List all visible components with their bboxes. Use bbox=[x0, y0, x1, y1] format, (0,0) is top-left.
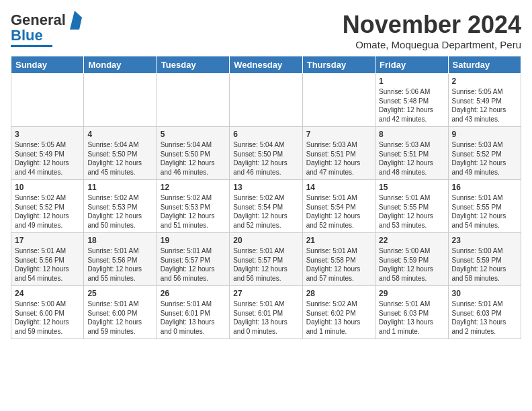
calendar-cell: 3Sunrise: 5:05 AM Sunset: 5:49 PM Daylig… bbox=[11, 127, 84, 180]
day-info: Sunrise: 5:02 AM Sunset: 5:53 PM Dayligh… bbox=[87, 193, 152, 230]
day-number: 29 bbox=[379, 289, 444, 298]
calendar-cell: 9Sunrise: 5:03 AM Sunset: 5:52 PM Daylig… bbox=[448, 127, 521, 180]
calendar-cell: 30Sunrise: 5:01 AM Sunset: 6:03 PM Dayli… bbox=[448, 286, 521, 339]
day-info: Sunrise: 5:05 AM Sunset: 5:49 PM Dayligh… bbox=[15, 140, 80, 177]
calendar-cell: 28Sunrise: 5:02 AM Sunset: 6:02 PM Dayli… bbox=[302, 286, 375, 339]
calendar-cell: 25Sunrise: 5:01 AM Sunset: 6:00 PM Dayli… bbox=[84, 286, 157, 339]
day-number: 6 bbox=[233, 130, 298, 139]
calendar-week-5: 24Sunrise: 5:00 AM Sunset: 6:00 PM Dayli… bbox=[11, 286, 521, 339]
day-number: 19 bbox=[161, 236, 226, 245]
day-number: 24 bbox=[15, 289, 80, 298]
day-number: 27 bbox=[233, 289, 298, 298]
calendar-header-row: SundayMondayTuesdayWednesdayThursdayFrid… bbox=[11, 56, 521, 74]
day-info: Sunrise: 5:01 AM Sunset: 5:56 PM Dayligh… bbox=[87, 246, 152, 283]
calendar-cell: 4Sunrise: 5:04 AM Sunset: 5:50 PM Daylig… bbox=[84, 127, 157, 180]
day-number: 3 bbox=[15, 130, 80, 139]
day-info: Sunrise: 5:01 AM Sunset: 5:55 PM Dayligh… bbox=[379, 193, 444, 230]
day-info: Sunrise: 5:01 AM Sunset: 5:57 PM Dayligh… bbox=[161, 246, 226, 283]
calendar-cell bbox=[84, 74, 157, 127]
calendar-cell: 5Sunrise: 5:04 AM Sunset: 5:50 PM Daylig… bbox=[157, 127, 229, 180]
calendar-cell: 13Sunrise: 5:02 AM Sunset: 5:54 PM Dayli… bbox=[230, 180, 302, 233]
calendar-cell bbox=[230, 74, 302, 127]
col-header-thursday: Thursday bbox=[302, 56, 375, 74]
calendar-cell: 26Sunrise: 5:01 AM Sunset: 6:01 PM Dayli… bbox=[157, 286, 229, 339]
day-number: 11 bbox=[87, 183, 152, 192]
calendar-cell bbox=[157, 74, 229, 127]
col-header-tuesday: Tuesday bbox=[157, 56, 229, 74]
day-number: 26 bbox=[161, 289, 226, 298]
svg-marker-0 bbox=[70, 11, 82, 30]
calendar-cell: 21Sunrise: 5:01 AM Sunset: 5:58 PM Dayli… bbox=[302, 233, 375, 286]
day-info: Sunrise: 5:01 AM Sunset: 6:01 PM Dayligh… bbox=[161, 300, 226, 336]
calendar-cell: 11Sunrise: 5:02 AM Sunset: 5:53 PM Dayli… bbox=[84, 180, 157, 233]
calendar-week-4: 17Sunrise: 5:01 AM Sunset: 5:56 PM Dayli… bbox=[11, 233, 521, 286]
calendar-week-2: 3Sunrise: 5:05 AM Sunset: 5:49 PM Daylig… bbox=[11, 127, 521, 180]
day-info: Sunrise: 5:02 AM Sunset: 5:54 PM Dayligh… bbox=[233, 193, 298, 230]
col-header-saturday: Saturday bbox=[448, 56, 521, 74]
calendar-cell: 17Sunrise: 5:01 AM Sunset: 5:56 PM Dayli… bbox=[11, 233, 84, 286]
day-info: Sunrise: 5:01 AM Sunset: 5:58 PM Dayligh… bbox=[306, 246, 371, 283]
day-info: Sunrise: 5:00 AM Sunset: 6:00 PM Dayligh… bbox=[15, 300, 80, 336]
calendar-week-3: 10Sunrise: 5:02 AM Sunset: 5:52 PM Dayli… bbox=[11, 180, 521, 233]
col-header-monday: Monday bbox=[84, 56, 157, 74]
calendar-cell: 22Sunrise: 5:00 AM Sunset: 5:59 PM Dayli… bbox=[375, 233, 448, 286]
day-number: 4 bbox=[87, 130, 152, 139]
day-info: Sunrise: 5:05 AM Sunset: 5:49 PM Dayligh… bbox=[452, 87, 517, 124]
col-header-friday: Friday bbox=[375, 56, 448, 74]
calendar-cell: 7Sunrise: 5:03 AM Sunset: 5:51 PM Daylig… bbox=[302, 127, 375, 180]
day-info: Sunrise: 5:02 AM Sunset: 6:02 PM Dayligh… bbox=[306, 300, 371, 336]
logo-triangle-icon bbox=[67, 11, 82, 30]
day-info: Sunrise: 5:02 AM Sunset: 5:52 PM Dayligh… bbox=[15, 193, 80, 230]
calendar-cell: 16Sunrise: 5:01 AM Sunset: 5:55 PM Dayli… bbox=[448, 180, 521, 233]
day-number: 17 bbox=[15, 236, 80, 245]
day-number: 7 bbox=[306, 130, 371, 139]
day-info: Sunrise: 5:01 AM Sunset: 6:01 PM Dayligh… bbox=[233, 300, 298, 336]
day-info: Sunrise: 5:04 AM Sunset: 5:50 PM Dayligh… bbox=[161, 140, 226, 177]
day-number: 15 bbox=[379, 183, 444, 192]
day-info: Sunrise: 5:01 AM Sunset: 6:03 PM Dayligh… bbox=[379, 300, 444, 336]
day-info: Sunrise: 5:04 AM Sunset: 5:50 PM Dayligh… bbox=[87, 140, 152, 177]
day-info: Sunrise: 5:01 AM Sunset: 5:55 PM Dayligh… bbox=[452, 193, 517, 230]
calendar-cell: 19Sunrise: 5:01 AM Sunset: 5:57 PM Dayli… bbox=[157, 233, 229, 286]
calendar-cell: 12Sunrise: 5:02 AM Sunset: 5:53 PM Dayli… bbox=[157, 180, 229, 233]
day-info: Sunrise: 5:01 AM Sunset: 5:56 PM Dayligh… bbox=[15, 246, 80, 283]
day-number: 1 bbox=[379, 77, 444, 86]
logo: General Blue bbox=[11, 11, 82, 47]
day-info: Sunrise: 5:06 AM Sunset: 5:48 PM Dayligh… bbox=[379, 87, 444, 124]
day-number: 21 bbox=[306, 236, 371, 245]
calendar-cell: 8Sunrise: 5:03 AM Sunset: 5:51 PM Daylig… bbox=[375, 127, 448, 180]
calendar-cell: 18Sunrise: 5:01 AM Sunset: 5:56 PM Dayli… bbox=[84, 233, 157, 286]
day-info: Sunrise: 5:04 AM Sunset: 5:50 PM Dayligh… bbox=[233, 140, 298, 177]
calendar-cell: 10Sunrise: 5:02 AM Sunset: 5:52 PM Dayli… bbox=[11, 180, 84, 233]
calendar-cell: 27Sunrise: 5:01 AM Sunset: 6:01 PM Dayli… bbox=[230, 286, 302, 339]
day-number: 28 bbox=[306, 289, 371, 298]
location-subtitle: Omate, Moquegua Department, Peru bbox=[343, 39, 521, 50]
calendar-table: SundayMondayTuesdayWednesdayThursdayFrid… bbox=[11, 56, 521, 339]
day-info: Sunrise: 5:00 AM Sunset: 5:59 PM Dayligh… bbox=[379, 246, 444, 283]
day-info: Sunrise: 5:00 AM Sunset: 5:59 PM Dayligh… bbox=[452, 246, 517, 283]
day-number: 22 bbox=[379, 236, 444, 245]
day-number: 9 bbox=[452, 130, 517, 139]
calendar-cell: 29Sunrise: 5:01 AM Sunset: 6:03 PM Dayli… bbox=[375, 286, 448, 339]
day-info: Sunrise: 5:03 AM Sunset: 5:51 PM Dayligh… bbox=[379, 140, 444, 177]
day-number: 10 bbox=[15, 183, 80, 192]
calendar-cell: 2Sunrise: 5:05 AM Sunset: 5:49 PM Daylig… bbox=[448, 74, 521, 127]
title-block: November 2024 Omate, Moquegua Department… bbox=[343, 11, 521, 50]
day-number: 8 bbox=[379, 130, 444, 139]
calendar-cell: 6Sunrise: 5:04 AM Sunset: 5:50 PM Daylig… bbox=[230, 127, 302, 180]
day-info: Sunrise: 5:01 AM Sunset: 6:00 PM Dayligh… bbox=[87, 300, 152, 336]
day-number: 25 bbox=[87, 289, 152, 298]
calendar-cell: 14Sunrise: 5:01 AM Sunset: 5:54 PM Dayli… bbox=[302, 180, 375, 233]
day-number: 12 bbox=[161, 183, 226, 192]
col-header-sunday: Sunday bbox=[11, 56, 84, 74]
col-header-wednesday: Wednesday bbox=[230, 56, 302, 74]
calendar-cell: 1Sunrise: 5:06 AM Sunset: 5:48 PM Daylig… bbox=[375, 74, 448, 127]
day-number: 20 bbox=[233, 236, 298, 245]
day-info: Sunrise: 5:03 AM Sunset: 5:52 PM Dayligh… bbox=[452, 140, 517, 177]
calendar-cell: 24Sunrise: 5:00 AM Sunset: 6:00 PM Dayli… bbox=[11, 286, 84, 339]
calendar-cell bbox=[11, 74, 84, 127]
month-title: November 2024 bbox=[343, 11, 521, 39]
calendar-cell: 15Sunrise: 5:01 AM Sunset: 5:55 PM Dayli… bbox=[375, 180, 448, 233]
day-number: 18 bbox=[87, 236, 152, 245]
day-info: Sunrise: 5:01 AM Sunset: 5:54 PM Dayligh… bbox=[306, 193, 371, 230]
